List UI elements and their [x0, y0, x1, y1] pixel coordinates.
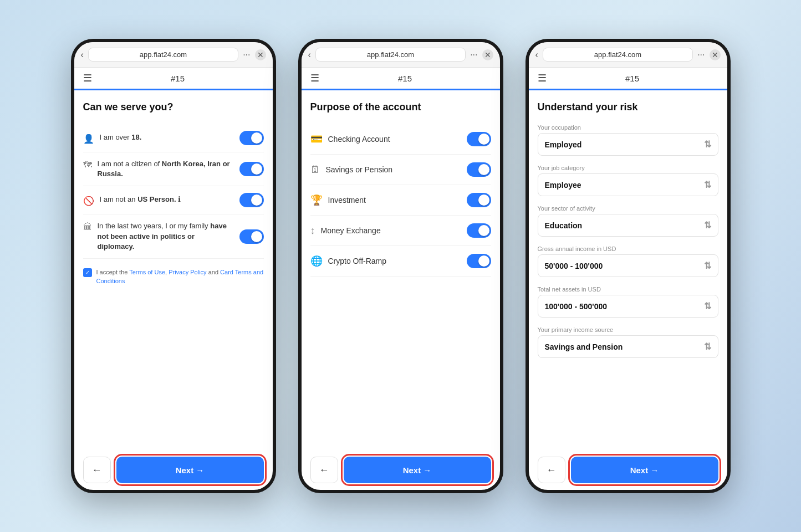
- browser-bar-1: ‹ app.fiat24.com ··· ✕: [74, 42, 273, 68]
- income-source-label: Your primary income source: [538, 326, 718, 333]
- job-category-value: Employee: [545, 181, 581, 190]
- phone-screen-2: ‹ app.fiat24.com ··· ✕ ☰ #15 Purpose of …: [302, 42, 500, 490]
- row-icon-2: 🗺: [83, 160, 92, 170]
- browser-back-3[interactable]: ‹: [535, 50, 538, 60]
- browser-url-1: app.fiat24.com: [88, 48, 238, 62]
- toggle-crypto[interactable]: [467, 254, 491, 268]
- net-assets-value: 100'000 - 500'000: [545, 302, 608, 311]
- hamburger-icon-2[interactable]: ☰: [310, 72, 319, 84]
- income-select[interactable]: 50'000 - 100'000 ⇅: [538, 254, 718, 277]
- browser-bar-3: ‹ app.fiat24.com ··· ✕: [529, 42, 727, 68]
- row-icon-3: 🚫: [83, 196, 94, 206]
- screen2-title: Purpose of the account: [310, 101, 491, 113]
- back-button-2[interactable]: ←: [310, 457, 338, 483]
- nav-title-3: #15: [547, 74, 718, 83]
- field-income-source: Your primary income source Savings and P…: [538, 326, 718, 358]
- footer-3: ← Next →: [529, 450, 727, 490]
- job-category-label: Your job category: [538, 165, 718, 171]
- toggle-row-4: 🏛 In the last two years, I or my family …: [83, 214, 264, 259]
- exchange-icon: ↕: [310, 225, 315, 237]
- income-label: Gross annual income in USD: [538, 245, 718, 252]
- field-income: Gross annual income in USD 50'000 - 100'…: [538, 245, 718, 277]
- toggle-2[interactable]: [239, 162, 264, 176]
- next-button-2[interactable]: Next →: [344, 457, 491, 483]
- browser-dots-1[interactable]: ···: [243, 50, 250, 60]
- field-sector: Your sector of activity Education ⇅: [538, 205, 718, 237]
- toggle-4[interactable]: [239, 229, 264, 244]
- occupation-label: Your occupation: [538, 124, 718, 131]
- toggle-row-2: 🗺 I am not a citizen of North Korea, Ira…: [83, 152, 264, 186]
- browser-close-2[interactable]: ✕: [482, 49, 493, 60]
- terms-checkbox[interactable]: ✓: [83, 268, 92, 277]
- purpose-row-3[interactable]: 🏆 Investment: [310, 185, 491, 216]
- sector-select[interactable]: Education ⇅: [538, 214, 718, 237]
- phone-screen-1: ‹ app.fiat24.com ··· ✕ ☰ #15 Can we serv…: [74, 42, 273, 490]
- field-job-category: Your job category Employee ⇅: [538, 165, 718, 196]
- browser-dots-2[interactable]: ···: [470, 50, 477, 60]
- toggle-exchange[interactable]: [467, 223, 491, 238]
- toggle-1[interactable]: [239, 131, 264, 145]
- nav-bar-3: ☰ #15: [529, 68, 727, 90]
- back-button-1[interactable]: ←: [83, 457, 111, 483]
- phone-frame-1: ‹ app.fiat24.com ··· ✕ ☰ #15 Can we serv…: [71, 39, 276, 493]
- screen2-content: Purpose of the account 💳 Checking Accoun…: [302, 90, 500, 450]
- browser-back-1[interactable]: ‹: [81, 50, 84, 60]
- row-text-3: I am not an US Person. ℹ: [100, 195, 181, 204]
- screen1-content: Can we serve you? 👤 I am over 18. 🗺 I am…: [74, 90, 273, 450]
- income-source-select[interactable]: Savings and Pension ⇅: [538, 335, 718, 358]
- purpose-row-4[interactable]: ↕ Money Exchange: [310, 216, 491, 246]
- checking-label: Checking Account: [328, 135, 390, 144]
- hamburger-icon-3[interactable]: ☰: [538, 72, 547, 84]
- sector-value: Education: [545, 221, 583, 230]
- net-assets-label: Total net assets in USD: [538, 286, 718, 293]
- income-source-value: Savings and Pension: [545, 342, 623, 351]
- phone-screen-3: ‹ app.fiat24.com ··· ✕ ☰ #15 Understand …: [529, 42, 727, 490]
- toggle-3[interactable]: [239, 193, 264, 207]
- row-text-1: I am over 18.: [100, 132, 142, 142]
- browser-back-2[interactable]: ‹: [308, 50, 311, 60]
- hamburger-icon-1[interactable]: ☰: [83, 72, 92, 84]
- next-button-3[interactable]: Next →: [571, 457, 718, 483]
- phone-frame-3: ‹ app.fiat24.com ··· ✕ ☰ #15 Understand …: [526, 39, 731, 493]
- occupation-arrow: ⇅: [704, 139, 711, 150]
- browser-dots-3[interactable]: ···: [697, 50, 705, 60]
- row-icon-1: 👤: [83, 134, 94, 144]
- checkbox-row-1: ✓ I accept the Terms of Use, Privacy Pol…: [83, 268, 264, 286]
- savings-label: Savings or Pension: [326, 165, 393, 174]
- screen1-title: Can we serve you?: [83, 101, 264, 113]
- row-text-4: In the last two years, I or my family ha…: [98, 221, 233, 252]
- investment-icon: 🏆: [310, 194, 323, 206]
- purpose-row-5[interactable]: 🌐 Crypto Off-Ramp: [310, 246, 491, 277]
- browser-bar-2: ‹ app.fiat24.com ··· ✕: [302, 42, 500, 68]
- income-value: 50'000 - 100'000: [545, 262, 603, 270]
- sector-label: Your sector of activity: [538, 205, 718, 212]
- nav-title-1: #15: [92, 74, 264, 83]
- net-assets-select[interactable]: 100'000 - 500'000 ⇅: [538, 295, 718, 318]
- occupation-select[interactable]: Employed ⇅: [538, 133, 718, 156]
- occupation-value: Employed: [545, 140, 582, 149]
- job-category-select[interactable]: Employee ⇅: [538, 173, 718, 196]
- net-assets-arrow: ⇅: [704, 301, 711, 311]
- browser-url-2: app.fiat24.com: [315, 48, 466, 62]
- checking-icon: 💳: [310, 133, 323, 145]
- savings-icon: 🗓: [310, 164, 320, 176]
- toggle-investment[interactable]: [467, 193, 491, 207]
- purpose-row-2[interactable]: 🗓 Savings or Pension: [310, 155, 491, 185]
- footer-2: ← Next →: [302, 450, 500, 490]
- toggle-checking[interactable]: [467, 132, 491, 146]
- nav-title-2: #15: [319, 74, 491, 83]
- nav-bar-2: ☰ #15: [302, 68, 500, 90]
- purpose-row-1[interactable]: 💳 Checking Account: [310, 124, 491, 155]
- toggle-row-3: 🚫 I am not an US Person. ℹ: [83, 186, 264, 214]
- terms-text: I accept the Terms of Use, Privacy Polic…: [96, 268, 264, 286]
- job-category-arrow: ⇅: [704, 180, 711, 190]
- browser-close-3[interactable]: ✕: [710, 49, 721, 60]
- toggle-savings[interactable]: [467, 162, 491, 177]
- screen3-content: Understand your risk Your occupation Emp…: [529, 90, 727, 450]
- browser-url-3: app.fiat24.com: [543, 48, 693, 62]
- browser-close-1[interactable]: ✕: [255, 49, 266, 60]
- income-source-arrow: ⇅: [704, 341, 711, 352]
- screen3-title: Understand your risk: [538, 101, 718, 113]
- next-button-1[interactable]: Next →: [116, 457, 264, 483]
- back-button-3[interactable]: ←: [538, 457, 565, 483]
